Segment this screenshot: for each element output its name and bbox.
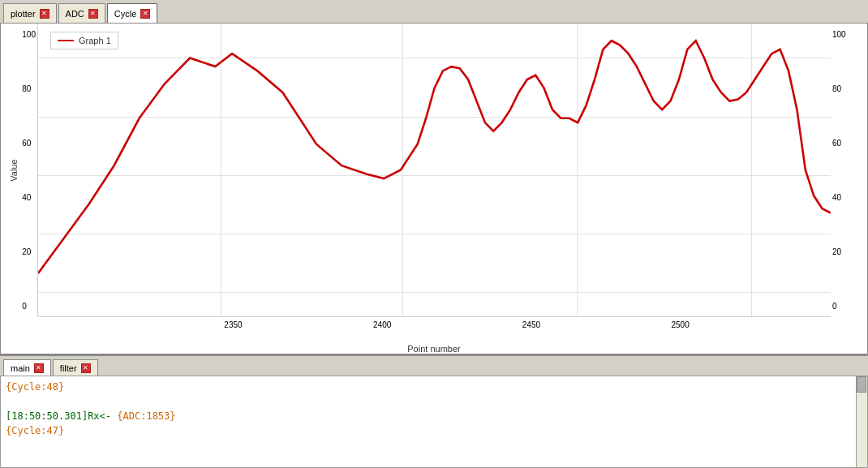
y-ticks-left: 0 20 40 60 80 100	[22, 24, 36, 317]
tab-plotter-close[interactable]: ✕	[40, 9, 49, 19]
y-tick-right-0: 0	[832, 302, 846, 311]
bottom-section: main ✕ filter ✕ {Cycle:48} [18:50:50.301…	[0, 354, 868, 468]
x-ticks: 2350 2400 2450 2500 .	[37, 320, 831, 329]
legend-line-icon	[58, 40, 74, 41]
console-line-1: {Cycle:48}	[6, 380, 862, 394]
y-ticks-right: 0 20 40 60 80 100	[832, 24, 846, 317]
y-tick-100: 100	[22, 30, 36, 39]
tab-cycle-close[interactable]: ✕	[140, 9, 150, 19]
console-line-blank	[6, 394, 862, 409]
tab-adc-close[interactable]: ✕	[88, 9, 98, 19]
tab-main-label: main	[11, 363, 30, 373]
console-line-3: [18:50:50.301]Rx<- {ADC:1853}	[6, 409, 862, 423]
x-axis-label: Point number	[37, 344, 831, 354]
y-axis-right: 0 20 40 60 80 100	[831, 24, 867, 317]
x-tick-2500: 2500	[671, 320, 689, 329]
y-tick-right-20: 20	[832, 247, 846, 256]
main-container: plotter ✕ ADC ✕ Cycle ✕ Value 0 20 40 60…	[0, 0, 868, 468]
y-tick-40: 40	[22, 193, 36, 202]
x-axis-inner: 2350 2400 2450 2500 . Point number	[37, 320, 831, 354]
y-tick-80: 80	[22, 84, 36, 93]
tab-plotter[interactable]: plotter ✕	[3, 3, 57, 23]
tab-filter-close[interactable]: ✕	[81, 363, 91, 373]
tab-main-close[interactable]: ✕	[34, 363, 44, 373]
y-axis-left: Value 0 20 40 60 80 100	[1, 24, 37, 317]
legend: Graph 1	[50, 32, 118, 49]
graph-line	[38, 41, 831, 273]
y-tick-0: 0	[22, 302, 36, 311]
tab-filter[interactable]: filter ✕	[53, 359, 98, 376]
x-tick-2350: 2350	[224, 320, 242, 329]
legend-text: Graph 1	[79, 36, 111, 45]
y-tick-right-60: 60	[832, 139, 846, 148]
graph-panel: Value 0 20 40 60 80 100 Graph 1	[0, 23, 868, 354]
scrollbar-thumb[interactable]	[857, 376, 866, 393]
chart-svg	[38, 24, 831, 316]
y-tick-right-80: 80	[832, 84, 846, 93]
chart-area: Value 0 20 40 60 80 100 Graph 1	[1, 24, 867, 317]
x-axis-area: 2350 2400 2450 2500 . Point number	[1, 317, 867, 354]
x-tick-2400: 2400	[373, 320, 391, 329]
x-tick-2450: 2450	[522, 320, 540, 329]
y-tick-60: 60	[22, 139, 36, 148]
y-axis-label: Value	[9, 159, 19, 181]
console-cycle-47: {Cycle:47}	[6, 425, 64, 436]
scrollbar[interactable]	[856, 376, 867, 467]
y-tick-20: 20	[22, 247, 36, 256]
bottom-tab-bar: main ✕ filter ✕	[0, 356, 868, 376]
tab-filter-label: filter	[60, 363, 77, 373]
y-tick-right-100: 100	[832, 30, 846, 39]
y-tick-right-40: 40	[832, 193, 846, 202]
console-adc: {ADC:1853}	[117, 410, 175, 422]
tab-cycle-label: Cycle	[114, 9, 137, 19]
console-timestamp: [18:50:50.301]Rx<-	[6, 410, 117, 422]
tab-main[interactable]: main ✕	[3, 359, 51, 376]
console-area: {Cycle:48} [18:50:50.301]Rx<- {ADC:1853}…	[0, 376, 868, 468]
tab-adc-label: ADC	[66, 9, 84, 19]
console-line-4: {Cycle:47}	[6, 423, 862, 438]
chart-inner: Graph 1	[37, 24, 831, 317]
tab-plotter-label: plotter	[11, 9, 36, 19]
console-cycle-48: {Cycle:48}	[6, 381, 64, 393]
tab-cycle[interactable]: Cycle ✕	[107, 3, 158, 23]
top-tab-bar: plotter ✕ ADC ✕ Cycle ✕	[0, 0, 868, 23]
tab-adc[interactable]: ADC ✕	[58, 3, 105, 23]
